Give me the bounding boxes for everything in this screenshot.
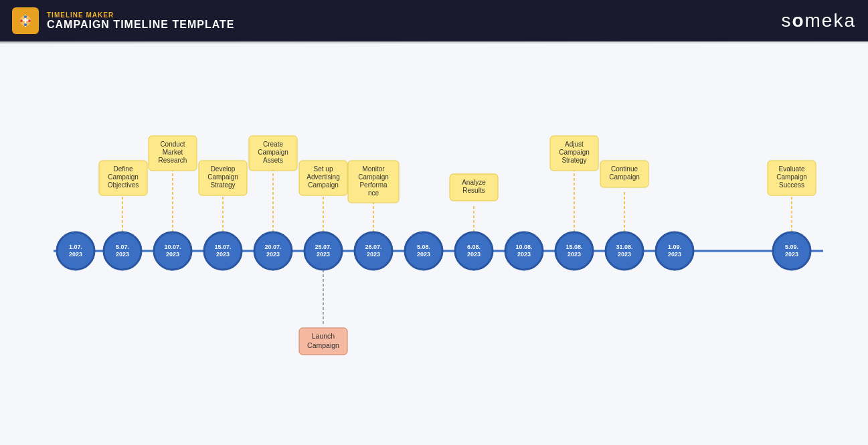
svg-text:Campaign: Campaign — [609, 173, 640, 181]
timeline-svg: 1.07. 2023 5.07. 2023 10.07. 2023 15.07.… — [0, 43, 868, 445]
app-header: TIMELINE MAKER CAMPAIGN TIMELINE TEMPLAT… — [0, 0, 868, 41]
svg-text:5.09.: 5.09. — [785, 244, 798, 250]
svg-text:26.07.: 26.07. — [365, 244, 381, 250]
svg-text:2023: 2023 — [785, 251, 798, 258]
svg-text:2023: 2023 — [216, 251, 230, 258]
svg-text:Develop: Develop — [211, 165, 236, 173]
svg-text:5.07.: 5.07. — [116, 244, 129, 250]
svg-text:Objectives: Objectives — [108, 181, 139, 189]
app-subtitle: TIMELINE MAKER — [47, 11, 235, 19]
svg-text:2023: 2023 — [266, 251, 280, 258]
svg-text:Continue: Continue — [611, 165, 638, 173]
svg-text:Assets: Assets — [263, 157, 283, 164]
svg-text:10.08.: 10.08. — [515, 244, 532, 250]
svg-text:nce: nce — [368, 189, 379, 197]
svg-text:2023: 2023 — [517, 251, 531, 258]
svg-text:Performa: Performa — [359, 181, 387, 189]
svg-text:25.07.: 25.07. — [315, 244, 331, 250]
main-content: 1.07. 2023 5.07. 2023 10.07. 2023 15.07.… — [0, 43, 868, 445]
svg-text:2023: 2023 — [618, 251, 631, 258]
svg-text:15.07.: 15.07. — [214, 244, 231, 250]
svg-text:Research: Research — [159, 157, 187, 164]
svg-text:6.08.: 6.08. — [467, 244, 481, 250]
brand-logo: someka — [781, 10, 856, 31]
svg-text:2023: 2023 — [668, 251, 681, 258]
svg-text:20.07.: 20.07. — [264, 244, 281, 250]
svg-text:Campaign: Campaign — [207, 173, 238, 181]
header-titles: TIMELINE MAKER CAMPAIGN TIMELINE TEMPLAT… — [47, 11, 235, 31]
svg-text:Strategy: Strategy — [210, 181, 235, 189]
svg-text:2023: 2023 — [166, 251, 179, 258]
svg-text:Launch: Launch — [312, 332, 335, 340]
svg-text:Strategy: Strategy — [561, 157, 586, 164]
svg-text:Campaign: Campaign — [308, 181, 339, 189]
svg-text:Adjust: Adjust — [565, 141, 584, 148]
svg-text:2023: 2023 — [467, 251, 481, 258]
svg-text:2023: 2023 — [417, 251, 430, 258]
svg-text:Campaign: Campaign — [108, 173, 139, 181]
svg-text:1.07.: 1.07. — [69, 244, 82, 250]
svg-text:Advertising: Advertising — [307, 173, 339, 181]
svg-text:2023: 2023 — [568, 251, 581, 258]
svg-text:2023: 2023 — [116, 251, 129, 258]
svg-text:Define: Define — [114, 165, 133, 173]
svg-text:2023: 2023 — [69, 251, 82, 258]
svg-text:Campaign: Campaign — [307, 341, 339, 349]
svg-text:2023: 2023 — [367, 251, 380, 258]
svg-point-5 — [24, 23, 27, 26]
svg-text:1.09.: 1.09. — [668, 244, 681, 250]
svg-text:Campaign: Campaign — [358, 173, 389, 181]
header-left: TIMELINE MAKER CAMPAIGN TIMELINE TEMPLAT… — [12, 7, 235, 34]
svg-text:Results: Results — [462, 187, 485, 194]
svg-text:Success: Success — [779, 181, 804, 189]
svg-text:Campaign: Campaign — [776, 173, 807, 181]
svg-point-6 — [20, 19, 23, 22]
svg-text:Analyze: Analyze — [462, 179, 486, 186]
svg-text:Market: Market — [163, 149, 183, 156]
svg-text:Campaign: Campaign — [258, 149, 288, 156]
svg-text:5.08.: 5.08. — [417, 244, 430, 250]
svg-text:Monitor: Monitor — [362, 165, 385, 173]
svg-text:Campaign: Campaign — [559, 149, 590, 156]
svg-text:Create: Create — [263, 141, 283, 148]
svg-text:2023: 2023 — [317, 251, 330, 258]
logo-icon — [12, 7, 39, 34]
svg-point-4 — [24, 15, 27, 18]
svg-text:10.07.: 10.07. — [164, 244, 181, 250]
svg-text:Evaluate: Evaluate — [779, 165, 805, 173]
svg-text:Set up: Set up — [314, 165, 333, 173]
svg-text:15.08.: 15.08. — [566, 244, 582, 250]
app-title: CAMPAIGN TIMELINE TEMPLATE — [47, 19, 235, 31]
svg-text:Conduct: Conduct — [160, 141, 185, 148]
svg-point-7 — [28, 19, 31, 22]
svg-text:31.08.: 31.08. — [616, 244, 632, 250]
